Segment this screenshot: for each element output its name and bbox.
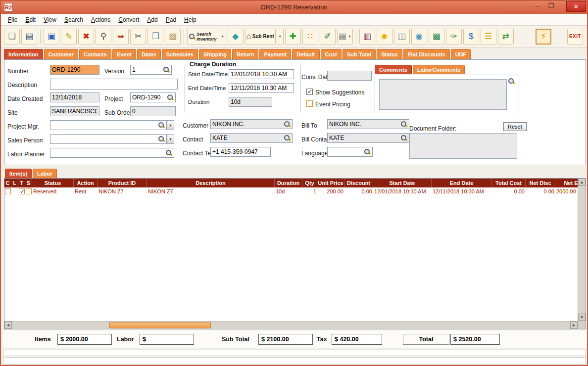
tab-contacts[interactable]: Contacts	[79, 49, 111, 59]
copy-button[interactable]: ❐	[147, 29, 163, 45]
color-circles-button[interactable]: ∷	[302, 29, 318, 45]
3d-shapes-button[interactable]: ◆	[228, 29, 244, 45]
tab-flat-discounts[interactable]: Flat Discounts	[403, 49, 450, 59]
labor-planner-lookup-icon[interactable]	[166, 150, 172, 156]
contact-lookup-icon[interactable]	[284, 135, 291, 141]
project-mgr-dropdown[interactable]: ▼	[167, 120, 174, 130]
flash-button[interactable]: ⚡	[536, 29, 551, 45]
column-header-c[interactable]: C	[4, 179, 11, 187]
fax-machine-button[interactable]: ▥	[359, 29, 375, 45]
tab-schedules[interactable]: Schedules	[162, 49, 198, 59]
menu-item-pad[interactable]: Pad	[162, 15, 180, 25]
add-plus-button[interactable]: ✚	[285, 29, 301, 45]
money-coins-button[interactable]: ☰	[481, 29, 496, 45]
smiley-button[interactable]: ☻	[377, 29, 392, 45]
tab-customer[interactable]: Customer	[44, 49, 78, 59]
column-header-action[interactable]: Action	[74, 179, 98, 187]
bill-to-field[interactable]: NIKON INC.	[327, 119, 409, 129]
tab-event[interactable]: Event	[112, 49, 136, 59]
menu-item-view[interactable]: View	[40, 15, 60, 25]
column-header-t[interactable]: T	[18, 179, 25, 187]
sub-rent-dropdown[interactable]: ▼	[277, 29, 284, 45]
start-datetime-field[interactable]: 12/01/2018 10:30 AM	[229, 69, 294, 79]
disk-cd-button[interactable]: ◉	[411, 29, 427, 45]
tab-shipping[interactable]: Shipping	[199, 49, 231, 59]
tab-udf[interactable]: UDF	[451, 49, 471, 59]
customer-lookup-icon[interactable]	[284, 121, 291, 128]
language-lookup-icon[interactable]	[364, 149, 371, 155]
vault-button[interactable]: ◫	[394, 29, 410, 45]
column-header-status[interactable]: Status	[32, 179, 74, 187]
column-header-s[interactable]: S	[25, 179, 32, 187]
bill-to-lookup-icon[interactable]	[401, 121, 407, 128]
row-checkbox[interactable]	[5, 188, 11, 194]
tab-cost[interactable]: Cost	[321, 49, 342, 59]
tab-item-s[interactable]: Item(s)	[5, 169, 32, 178]
language-field[interactable]	[327, 147, 373, 157]
edit-note-button[interactable]: ✐	[320, 29, 336, 45]
scroll-right-button[interactable]: ►	[570, 321, 578, 329]
customer-field[interactable]: NIKON INC.	[210, 119, 293, 129]
project-mgr-field[interactable]	[50, 120, 167, 130]
column-header-net-ea[interactable]: Net Ea	[555, 179, 578, 187]
column-header-start-date[interactable]: Start Date	[373, 179, 432, 187]
tab-default[interactable]: Default	[292, 49, 319, 59]
edit-pencil-button[interactable]: ✎	[61, 29, 77, 45]
column-header-duration[interactable]: Duration	[275, 179, 302, 187]
row-checkbox[interactable]	[19, 188, 25, 194]
version-lookup-icon[interactable]	[163, 67, 170, 73]
search-inventory-button[interactable]: SearchInventory	[187, 29, 218, 45]
description-field[interactable]	[50, 79, 178, 90]
menu-item-help[interactable]: Help	[180, 15, 200, 25]
comments-textarea[interactable]	[379, 79, 507, 110]
save-button[interactable]: ▣	[44, 29, 59, 45]
sub-rent-button[interactable]: ⌂Sub Rent	[245, 29, 276, 45]
reset-button[interactable]: Reset	[503, 122, 527, 131]
sales-person-lookup-icon[interactable]	[158, 136, 165, 142]
maximize-button[interactable]: ❐	[544, 1, 557, 12]
project-lookup-icon[interactable]	[167, 94, 174, 101]
column-header-unit-price[interactable]: Unit Price	[317, 179, 344, 187]
notes-button[interactable]: ✑	[446, 29, 462, 45]
table-row[interactable]: ReservedRentNIKON Z7NIKON Z710d1200.000.…	[4, 187, 578, 196]
delete-button[interactable]: ✖	[78, 29, 94, 45]
dollar-transfer-button[interactable]: $	[463, 29, 479, 45]
h-scrollbar-thumb[interactable]	[109, 322, 211, 328]
tab-labor[interactable]: Labor	[33, 169, 57, 178]
tab-return[interactable]: Return	[232, 49, 258, 59]
sales-person-dropdown[interactable]: ▼	[167, 134, 174, 144]
contact-field[interactable]: KATE	[210, 133, 293, 143]
column-header-net-disc[interactable]: Net Disc	[526, 179, 555, 187]
cut-scissors-button[interactable]: ✂	[130, 29, 146, 45]
tab-payment[interactable]: Payment	[259, 49, 291, 59]
menu-item-actions[interactable]: Actions	[87, 15, 114, 25]
menu-item-convert[interactable]: Convert	[114, 15, 143, 25]
document-folder-box[interactable]	[409, 133, 517, 159]
minimize-button[interactable]: –	[531, 1, 543, 12]
menu-item-file[interactable]: File	[4, 15, 21, 25]
column-header-end-date[interactable]: End Date	[432, 179, 492, 187]
row-checkbox[interactable]	[26, 188, 32, 194]
tab-status[interactable]: Status	[377, 49, 402, 59]
version-field[interactable]: 1	[130, 65, 172, 75]
menu-item-add[interactable]: Add	[143, 15, 161, 25]
menu-item-search[interactable]: Search	[60, 15, 87, 25]
column-header-qty[interactable]: Qty	[302, 179, 317, 187]
column-header-discount[interactable]: Discount	[344, 179, 373, 187]
menu-item-edit[interactable]: Edit	[21, 15, 40, 25]
tab-information[interactable]: Information	[4, 49, 43, 59]
project-mgr-lookup-icon[interactable]	[158, 122, 165, 129]
scroll-down-button[interactable]: ▼	[578, 314, 586, 321]
end-datetime-field[interactable]: 12/11/2018 10:30 AM	[229, 83, 294, 93]
paste-clipboard-button[interactable]: ▨	[165, 29, 181, 45]
tab-dates[interactable]: Dates	[137, 49, 161, 59]
vertical-scrollbar[interactable]: ▲ ▼	[578, 179, 586, 321]
close-button[interactable]: ✕	[566, 1, 586, 12]
contact-tel-field[interactable]: +1 415-359-0947	[210, 147, 271, 157]
number-field[interactable]: ORD-1290	[50, 65, 99, 75]
scroll-left-button[interactable]: ◄	[4, 321, 12, 329]
scroll-up-button[interactable]: ▲	[578, 179, 586, 186]
sales-person-field[interactable]	[50, 134, 167, 144]
grid-calendar-dropdown[interactable]: ▼	[348, 35, 351, 38]
print-button[interactable]: ▤	[21, 29, 37, 45]
